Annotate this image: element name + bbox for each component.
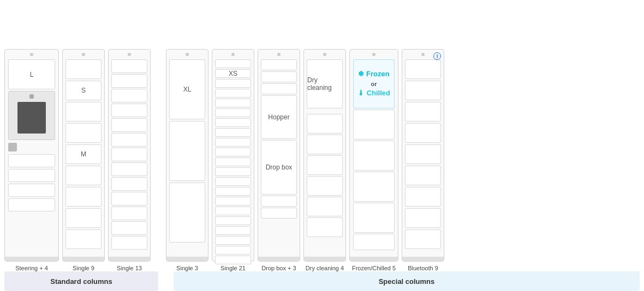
column-label-drycleaning: Dry cleaning 4	[306, 265, 344, 271]
small-square	[8, 143, 17, 151]
cabinet-dot	[30, 53, 33, 56]
column-label-single13: Single 13	[117, 265, 142, 271]
locker-row	[307, 114, 343, 134]
locker-row	[353, 172, 395, 202]
cabinet-dot	[186, 53, 189, 56]
locker-row-frozen: ❄ Frozen or 🌡 Chilled	[353, 59, 395, 108]
locker-row-drycleaning: Dry cleaning	[307, 59, 343, 108]
locker-row	[261, 208, 297, 219]
main-area: L Steering + 4	[0, 0, 644, 271]
column-unit-single13: Single 13	[108, 49, 151, 271]
locker-row: M	[65, 144, 102, 164]
locker-row: S	[65, 81, 102, 100]
locker-row	[215, 246, 251, 254]
locker-row	[111, 74, 147, 88]
cabinet-single13	[108, 49, 151, 262]
locker-row	[215, 99, 251, 107]
locker-row	[169, 183, 205, 242]
cabinet-bottom-bar	[109, 257, 150, 261]
locker-row	[405, 166, 441, 185]
screen-panel	[8, 91, 55, 140]
locker-row	[8, 184, 55, 197]
cabinet-dot	[128, 53, 131, 56]
locker-row	[353, 234, 395, 250]
locker-row	[215, 187, 251, 196]
column-label-steering: Steering + 4	[15, 265, 48, 271]
locker-row	[65, 102, 102, 122]
locker-row	[307, 197, 343, 216]
cabinet-dot	[372, 53, 375, 56]
locker-row	[405, 59, 441, 79]
locker-row	[65, 59, 102, 79]
cabinet-drycleaning: Dry cleaning	[303, 49, 346, 262]
cabinet-dot	[231, 53, 235, 56]
locker-row-hopper: Hopper	[261, 95, 297, 139]
locker-row	[111, 89, 147, 102]
locker-row	[8, 154, 55, 167]
locker-row	[111, 104, 147, 117]
locker-row	[215, 138, 251, 147]
column-unit-frozen: ❄ Frozen or 🌡 Chilled Frozen/Chilled 5	[349, 49, 398, 271]
column-label-dropbox: Drop box + 3	[261, 265, 296, 271]
locker-row	[111, 118, 147, 132]
locker-row	[111, 148, 147, 161]
locker-row	[215, 128, 251, 137]
cabinet-frozen: ❄ Frozen or 🌡 Chilled	[349, 49, 398, 262]
locker-row	[307, 176, 343, 196]
locker-row	[405, 144, 441, 164]
column-label-frozen: Frozen/Chilled 5	[352, 265, 396, 271]
section-gap	[307, 110, 343, 113]
category-bar: Standard columns Special columns	[0, 271, 644, 291]
locker-row	[261, 83, 297, 94]
locker-row	[261, 71, 297, 82]
bluetooth-icon: ᛒ	[433, 52, 441, 60]
locker-row	[307, 217, 343, 237]
locker-row	[65, 123, 102, 143]
column-label-single9: Single 9	[73, 265, 94, 271]
locker-row	[65, 229, 102, 249]
column-label-single3: Single 3	[176, 265, 198, 271]
locker-row	[215, 79, 251, 88]
small-button-row	[8, 142, 55, 153]
category-spacer	[162, 271, 170, 291]
locker-row: L	[8, 59, 55, 89]
cabinet-bottom-bar	[304, 257, 345, 261]
locker-row	[405, 81, 441, 100]
locker-row	[353, 110, 395, 140]
locker-row	[353, 141, 395, 171]
cabinet-single9: S M	[62, 49, 105, 262]
cabinet-dropbox: Hopper Drop box	[258, 49, 300, 262]
locker-row: XL	[169, 59, 205, 119]
locker-row	[353, 203, 395, 233]
locker-row	[307, 135, 343, 154]
bluetooth-symbol: ᛒ	[436, 54, 439, 59]
column-label-single21: Single 21	[220, 265, 246, 271]
locker-row	[307, 155, 343, 175]
column-label-bluetooth: Bluetooth 9	[408, 265, 438, 271]
cabinet-bottom-bar	[350, 257, 398, 261]
locker-row-dropbox: Drop box	[261, 140, 297, 195]
locker-row	[405, 208, 441, 228]
cabinet-bottom-bar	[402, 257, 444, 261]
column-unit-single9: S M Single 9	[62, 49, 105, 271]
locker-row	[111, 59, 147, 73]
screen-inner	[17, 102, 46, 134]
column-unit-single3: XL Single 3	[166, 49, 208, 271]
locker-row	[65, 187, 102, 207]
locker-row	[215, 148, 251, 156]
locker-row	[65, 208, 102, 228]
standard-columns-label: Standard columns	[4, 271, 158, 291]
locker-row	[111, 236, 147, 250]
locker-row	[405, 123, 441, 143]
locker-row	[111, 177, 147, 191]
cabinet-dot	[421, 53, 425, 56]
locker-row	[215, 118, 251, 127]
locker-row	[169, 121, 205, 181]
cabinet-bottom-bar	[258, 257, 300, 261]
locker-row	[215, 197, 251, 205]
locker-row	[405, 187, 441, 207]
locker-row	[111, 133, 147, 147]
cabinet-bottom-bar	[5, 257, 58, 261]
locker-row	[111, 162, 147, 176]
column-unit-dropbox: Hopper Drop box Drop box + 3	[258, 49, 300, 271]
